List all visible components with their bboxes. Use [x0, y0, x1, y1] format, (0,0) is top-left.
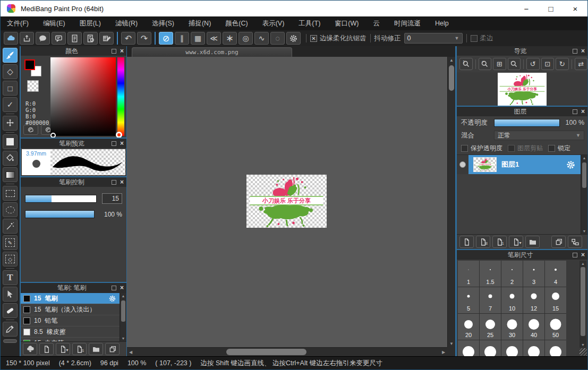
- close-icon[interactable]: ×: [581, 251, 585, 259]
- script-brush-button[interactable]: S: [72, 343, 87, 355]
- close-icon[interactable]: ×: [120, 140, 124, 147]
- popout-icon[interactable]: [573, 109, 577, 114]
- text-tool[interactable]: T: [3, 270, 18, 285]
- brush-size-cell[interactable]: 20: [458, 314, 479, 340]
- tool-strip-scroll-handle[interactable]: [3, 339, 17, 343]
- duplicate-layer-button[interactable]: [551, 236, 566, 248]
- scroll-up-icon[interactable]: ▲: [580, 262, 586, 265]
- bucket-tool[interactable]: [3, 151, 18, 166]
- brush-cloud-download-button[interactable]: [23, 343, 37, 355]
- foreground-color-swatch[interactable]: [24, 59, 35, 70]
- new-8bit-layer-button[interactable]: 8: [476, 236, 490, 248]
- brush-list-item[interactable]: 15 笔刷（淡入淡出）: [21, 304, 120, 315]
- eraser-tool[interactable]: ◇: [3, 64, 18, 79]
- brush-size-cell[interactable]: [480, 340, 501, 356]
- close-icon[interactable]: ×: [120, 178, 124, 186]
- add-brush-button[interactable]: [39, 343, 54, 355]
- saturation-value-picker[interactable]: [50, 57, 116, 136]
- transparent-color-swatch[interactable]: [27, 80, 39, 92]
- antialias-checkbox[interactable]: ✕: [310, 35, 317, 42]
- canvas-viewport[interactable]: ▲ ▼ ◀ ▶: [127, 57, 455, 356]
- scroll-up-icon[interactable]: ▲: [448, 58, 455, 63]
- menu-layer[interactable]: 图层(L): [80, 19, 101, 28]
- blend-mode-dropdown[interactable]: 正常 ▼: [494, 131, 584, 140]
- rotate-left-button[interactable]: ↺: [526, 58, 540, 70]
- new-layer-button[interactable]: [459, 236, 474, 248]
- brush-size-cell[interactable]: 15: [545, 287, 566, 313]
- snap-vanishing-point-button[interactable]: ≪: [207, 32, 221, 45]
- navigator-view[interactable]: [457, 72, 587, 106]
- shape-tool[interactable]: □: [3, 81, 18, 96]
- popout-icon[interactable]: [112, 180, 116, 185]
- new-folder-button[interactable]: [525, 236, 540, 248]
- brush-size-cell[interactable]: 5: [458, 287, 479, 313]
- fill-rect-tool[interactable]: [3, 134, 18, 149]
- brush-list-item[interactable]: 8.5 橡皮擦: [21, 326, 120, 338]
- add-layer-menu-button[interactable]: ▼: [509, 236, 523, 248]
- redo-button[interactable]: ↷: [137, 32, 151, 45]
- gradient-tool[interactable]: [3, 167, 18, 182]
- close-icon[interactable]: ×: [120, 47, 124, 55]
- edit-panel-button[interactable]: [99, 32, 114, 45]
- picker-marker[interactable]: [50, 133, 56, 137]
- clipping-checkbox[interactable]: x 图层剪贴: [508, 144, 543, 153]
- menu-window[interactable]: 窗口(W): [335, 19, 359, 28]
- hue-slider[interactable]: [117, 57, 124, 136]
- zoom-actual-button[interactable]: 1: [459, 58, 473, 70]
- maximize-button[interactable]: □: [539, 1, 563, 16]
- brush-size-cell[interactable]: 7: [480, 287, 501, 313]
- brush-size-cell[interactable]: 10: [501, 287, 523, 313]
- scroll-down-icon[interactable]: ▼: [120, 337, 126, 340]
- snap-radial-button[interactable]: ∗: [223, 32, 237, 45]
- panel-resize-grip[interactable]: [580, 348, 587, 356]
- divide-tool[interactable]: [3, 303, 18, 318]
- add-brush-menu-button[interactable]: ▼: [56, 343, 70, 355]
- close-icon[interactable]: ×: [581, 47, 585, 55]
- menu-filter[interactable]: 滤镜(R): [115, 19, 138, 28]
- scrollbar-thumb[interactable]: [581, 267, 585, 336]
- scrollbar-thumb[interactable]: [121, 300, 125, 322]
- rotate-reset-button[interactable]: ⊡: [541, 58, 555, 70]
- scroll-right-icon[interactable]: ▶: [440, 348, 447, 356]
- brush-size-cell[interactable]: 4: [545, 261, 566, 287]
- close-icon[interactable]: ×: [120, 284, 124, 291]
- brush-size-cell[interactable]: [523, 340, 544, 356]
- layer-row[interactable]: 图层1: [457, 155, 581, 174]
- scrollbar-thumb[interactable]: [226, 349, 306, 355]
- snap-curve-button[interactable]: ∿: [254, 32, 269, 45]
- menu-cloud[interactable]: 云: [373, 19, 380, 28]
- comment-bubble-button[interactable]: [36, 32, 50, 45]
- merge-layer-button[interactable]: [568, 236, 582, 248]
- snap-off-button[interactable]: ⊘: [159, 32, 173, 45]
- scrollbar-thumb[interactable]: [449, 65, 454, 91]
- protect-alpha-checkbox[interactable]: x 保护透明度: [461, 144, 502, 153]
- popout-icon[interactable]: [573, 253, 577, 257]
- undo-button[interactable]: ↶: [121, 32, 135, 45]
- flip-horizontal-button[interactable]: ⇄: [575, 58, 587, 70]
- gear-icon[interactable]: [108, 295, 116, 303]
- brush-size-cell[interactable]: [501, 340, 523, 356]
- menu-file[interactable]: 文件(F): [7, 19, 29, 28]
- chat-bubble-button[interactable]: [52, 32, 66, 45]
- document-button[interactable]: [67, 32, 82, 45]
- hue-marker[interactable]: [116, 132, 122, 137]
- layer-visibility-toggle[interactable]: [457, 155, 468, 174]
- palette-button[interactable]: [23, 125, 38, 135]
- brush-size-cell[interactable]: 3: [523, 261, 544, 287]
- brush-size-cell[interactable]: 12: [523, 287, 544, 313]
- scroll-up-icon[interactable]: ▲: [581, 156, 587, 160]
- brush-size-cell[interactable]: 1: [458, 261, 479, 287]
- popout-icon[interactable]: [573, 49, 577, 54]
- control-point-tool[interactable]: ✓: [3, 97, 18, 112]
- brush-size-cell[interactable]: 25: [480, 314, 501, 340]
- layer-list-scrollbar[interactable]: ▲ ▼: [581, 155, 587, 234]
- brush-opacity-slider[interactable]: [25, 210, 95, 218]
- document-tab[interactable]: www.x6d.com.png: [132, 47, 292, 57]
- brush-size-cell[interactable]: [545, 340, 566, 356]
- gear-icon[interactable]: [566, 160, 576, 170]
- canvas-image[interactable]: [246, 175, 327, 228]
- brush-size-slider[interactable]: [25, 195, 97, 203]
- export-button[interactable]: [20, 32, 34, 45]
- brush-list-scrollbar[interactable]: ▲ ▼: [120, 293, 126, 341]
- rotate-right-button[interactable]: ↻: [556, 58, 569, 70]
